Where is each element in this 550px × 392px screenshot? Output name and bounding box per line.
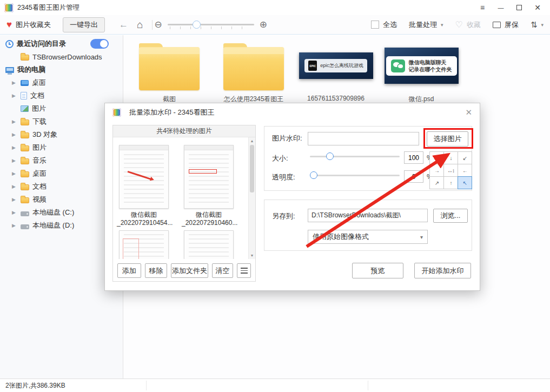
batch-process-dropdown[interactable]: 批量处理 ▾ [409,20,443,30]
size-slider[interactable] [310,152,400,161]
position-middle-left[interactable]: → [429,164,444,177]
opacity-value-input[interactable] [404,170,423,183]
position-grid: ↘ ↓ ↙ → ↔↕ ← ↗ ↑ ↖ [430,152,472,189]
collect-heart-icon: ♡ [455,19,463,30]
back-icon[interactable]: ← [119,19,128,30]
favorites-heart-icon: ♥ [6,19,12,30]
screensaver-button[interactable]: 屏保 [493,20,519,30]
position-top-left[interactable]: ↘ [429,151,444,164]
opacity-slider-thumb[interactable] [310,171,317,179]
zoom-slider-thumb[interactable] [193,21,201,29]
clock-icon [5,40,14,48]
folder-thumbnail-icon [139,47,200,90]
position-middle-right[interactable]: ← [458,164,472,177]
zoom-slider[interactable] [168,19,254,30]
collect-button[interactable]: ♡ 收藏 [455,19,481,30]
sort-dropdown[interactable]: ⇅ ▾ [531,20,544,30]
position-bottom-right[interactable]: ↖ [458,176,472,189]
clear-button[interactable]: 清空 [212,263,234,278]
image-thumbnail: 微信电脑版聊天 记录在哪个文件夹 [385,48,459,84]
zoom-slider-ticks [170,26,252,29]
save-path-input[interactable] [308,209,428,222]
sidebar-item-desktop[interactable]: ▶ 桌面 [0,76,123,89]
sidebar-item-recent[interactable]: 最近访问的目录 [0,37,123,50]
add-folder-button[interactable]: 添加文件夹 [171,263,208,278]
opacity-slider[interactable] [310,171,400,180]
zoom-in-icon[interactable]: ⊕ [260,19,267,30]
list-view-button[interactable] [237,263,251,278]
sidebar-item-tsbrowserdownloads[interactable]: TSBrowserDownloads [0,50,123,63]
expand-arrow-icon[interactable]: ▶ [12,184,17,189]
app-logo-icon [4,3,14,12]
chevron-down-icon: ▾ [541,22,544,28]
expand-arrow-icon[interactable]: ▶ [12,132,17,137]
scrollbar-thumb[interactable] [250,145,254,192]
red-highlight-box [423,128,473,149]
sidebar-item-my-computer[interactable]: 我的电脑 [0,63,123,76]
browse-button[interactable]: 浏览... [433,209,468,223]
watermark-image-input[interactable] [308,132,419,145]
folder-icon [21,184,29,190]
expand-arrow-icon[interactable]: ▶ [12,210,17,215]
image-thumbnail[interactable] [184,230,234,259]
close-icon[interactable]: ✕ [529,1,546,14]
dialog-title: 批量添加水印 - 2345看图王 [129,108,214,117]
preview-button[interactable]: 预览 [352,263,403,278]
file-item-folder[interactable]: 截图 [129,47,210,104]
recent-toggle[interactable] [90,39,109,49]
select-all-checkbox[interactable] [371,21,379,29]
start-watermark-button[interactable]: 开始添加水印 [414,263,471,278]
thumbnail-scrollbar[interactable]: ▲ ▼ [248,137,255,259]
toolbar-divider [152,20,153,30]
folder-icon [21,158,29,164]
maximize-icon[interactable] [511,1,527,14]
position-bottom-center[interactable]: ↑ [443,176,458,189]
thumbnail-list: 微信截图_2022072910454... 微信截图_2022072910460… [113,137,248,259]
one-click-export-button[interactable]: 一键导出 [63,17,105,32]
scroll-down-icon[interactable]: ▼ [249,252,255,259]
size-value-input[interactable] [404,151,423,164]
expand-arrow-icon[interactable]: ▶ [12,223,17,228]
sidebar-item-documents[interactable]: ▶ 文档 [0,89,123,102]
expand-arrow-icon[interactable]: ▶ [12,158,17,163]
maximize-glyph [516,5,522,10]
image-thumbnail[interactable] [119,230,169,259]
zoom-out-icon[interactable]: ⊖ [155,19,162,30]
position-bottom-left[interactable]: ↗ [429,176,444,189]
dialog-close-icon[interactable]: ✕ [465,108,472,117]
expand-arrow-icon[interactable]: ▶ [12,171,17,176]
status-text: 2张图片,共386.39KB [5,381,65,390]
favorites-label[interactable]: 图片收藏夹 [16,20,51,30]
position-center[interactable]: ↔↕ [443,164,458,177]
expand-arrow-icon[interactable]: ▶ [12,119,17,124]
titlebar: 2345看图王图片管理 ≡ — ✕ [0,0,550,15]
menu-icon[interactable]: ≡ [474,1,491,14]
file-item-image[interactable]: EPIC epic怎么离线玩游戏 1657611537909896 [295,47,376,102]
position-top-center[interactable]: ↓ [443,151,458,164]
expand-arrow-icon[interactable]: ▶ [12,93,17,98]
select-all-label: 全选 [383,20,397,30]
select-all-control[interactable]: 全选 [371,20,397,30]
folder-icon [21,145,29,151]
expand-arrow-icon[interactable]: ▶ [12,145,17,150]
remove-button[interactable]: 移除 [145,263,168,278]
position-top-right[interactable]: ↙ [458,151,472,164]
expand-arrow-icon[interactable]: ▶ [12,197,17,202]
size-slider-thumb[interactable] [326,152,334,160]
image-thumbnail[interactable] [119,145,169,209]
file-item-image[interactable]: 微信电脑版聊天 记录在哪个文件夹 微信.psd [381,47,462,104]
format-dropdown[interactable]: 使用原始图像格式 ▾ [308,230,428,244]
pending-images-panel: 共4张待处理的图片 微信截图_2022072910454... 微信截图_202… [112,125,256,282]
home-icon[interactable]: ⌂ [137,19,143,31]
folder-icon [21,55,29,61]
minimize-icon[interactable]: — [493,1,509,14]
app-logo-icon [112,108,121,117]
scroll-up-icon[interactable]: ▲ [249,137,255,144]
statusbar: 2张图片,共386.39KB [0,378,550,392]
add-button[interactable]: 添加 [117,263,141,278]
expand-arrow-icon[interactable]: ▶ [12,80,17,85]
file-item-folder[interactable]: 怎么使用2345看图王 [213,47,294,104]
opacity-label: 透明度: [272,172,295,182]
image-thumbnail: EPIC epic怎么离线玩游戏 [299,52,373,79]
image-thumbnail[interactable] [184,145,234,209]
